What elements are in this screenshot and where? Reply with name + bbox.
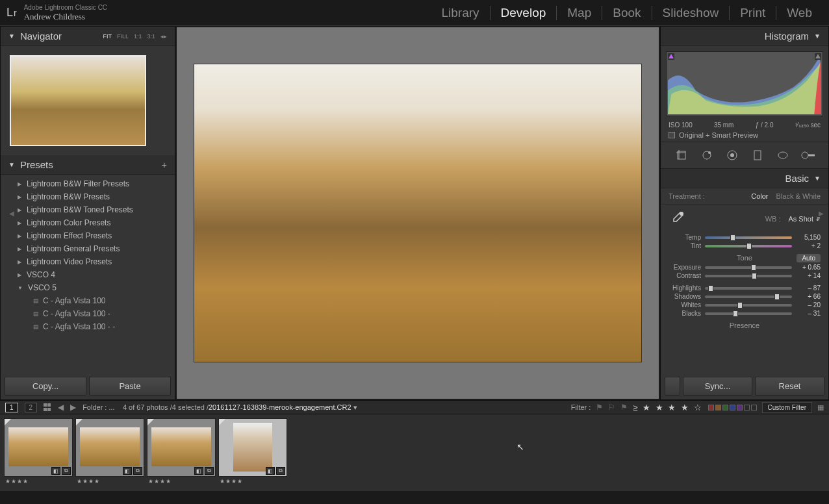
temp-slider[interactable]: Temp 5,150 [661,233,828,242]
preset-item[interactable]: ▤C - Agfa Vista 100 - [1,307,175,320]
filmstrip-thumb[interactable]: ◧⧉ [75,418,144,477]
preset-folder[interactable]: ▶Lightroom General Presets [1,242,175,255]
presence-section: Presence [661,318,828,331]
zoom-fill[interactable]: FILL [117,33,129,40]
presets-header[interactable]: ▼ Presets + [1,155,175,175]
thumb-rating[interactable]: ★★★★ [75,477,100,485]
navigator-preview [1,46,175,155]
histogram-header[interactable]: Histogram ▼ [661,27,828,46]
second-window-button[interactable]: 2 [25,403,38,412]
preset-folder[interactable]: ▶Lightroom Color Presets [1,216,175,229]
flag-icon[interactable] [5,419,11,425]
custom-filter-dropdown[interactable]: Custom Filter [762,402,812,413]
preset-list: ▶Lightroom B&W Filter Presets ▶Lightroom… [1,175,175,373]
blacks-slider[interactable]: Blacks – 31 [661,309,828,318]
spot-removal-tool-icon[interactable] [698,147,716,163]
preset-icon: ▤ [33,297,39,304]
contrast-slider[interactable]: Contrast + 14 [661,271,828,280]
switch-icon[interactable] [665,377,680,396]
module-print[interactable]: Print [730,6,776,20]
color-label-filter[interactable] [708,405,757,410]
brush-tool-icon[interactable] [799,147,817,163]
preset-folder[interactable]: ▼VSCO 5 [1,281,175,294]
paste-button[interactable]: Paste [89,377,171,396]
prev-photo-icon[interactable]: ◀ [58,403,64,412]
chevron-down-icon: ▼ [18,285,23,291]
module-slideshow[interactable]: Slideshow [652,6,730,20]
rating-filter[interactable]: ≥ ★ ★ ★ ★ ☆ [633,403,702,412]
histogram[interactable] [666,51,823,116]
grid-view-icon[interactable] [44,403,51,411]
preset-icon: ▤ [33,310,39,317]
histogram-info: ISO 100 35 mm ƒ / 2.0 ¹⁄₁₂₅₀ sec [661,121,828,129]
highlight-clip-icon[interactable] [815,53,821,60]
zoom-stepper-icon[interactable]: ◂▸ [160,33,167,40]
preset-folder[interactable]: ▶VSCO 4 [1,268,175,281]
main-photo[interactable] [194,64,642,362]
sync-button[interactable]: Sync... [683,377,752,396]
badge-icon: ◧ [266,467,275,475]
module-web[interactable]: Web [776,6,823,20]
flag-unflagged-icon[interactable]: ⚐ [608,403,615,412]
preset-item[interactable]: ▤C - Agfa Vista 100 [1,294,175,307]
preset-folder[interactable]: ▶Lightroom B&W Presets [1,190,175,203]
navigator-header[interactable]: ▼ Navigator FIT FILL 1:1 3:1 ◂▸ [1,27,175,46]
preview-mode[interactable]: Original + Smart Preview [661,129,828,142]
shadow-clip-icon[interactable] [668,53,674,60]
chevron-down-icon: ▼ [8,161,15,168]
module-map[interactable]: Map [557,6,602,20]
zoom-1to1[interactable]: 1:1 [134,33,142,40]
auto-tone-button[interactable]: Auto [797,254,821,262]
main-window-button[interactable]: 1 [5,403,18,412]
wb-dropdown[interactable]: As Shot⇵ [788,215,821,223]
flag-picked-icon[interactable]: ⚑ [596,403,603,412]
preset-item[interactable]: ▤C - Agfa Vista 100 - - [1,320,175,333]
preset-folder[interactable]: ▶Lightroom B&W Filter Presets [1,177,175,190]
next-photo-icon[interactable]: ▶ [70,403,76,412]
flag-rejected-icon[interactable]: ⚑ [620,403,628,412]
tint-slider[interactable]: Tint + 2 [661,242,828,250]
module-book[interactable]: Book [602,6,652,20]
thumb-rating[interactable]: ★★★★ [218,477,243,485]
whites-slider[interactable]: Whites – 20 [661,301,828,309]
zoom-3to1[interactable]: 3:1 [147,33,155,40]
preset-folder[interactable]: ▶Lightroom B&W Toned Presets [1,203,175,216]
thumb-wrap: ◧⧉ ★★★★ [75,418,144,487]
module-library[interactable]: Library [431,6,491,20]
add-preset-icon[interactable]: + [162,160,167,170]
filmstrip-thumb[interactable]: ◧⧉ [4,418,73,477]
thumb-rating[interactable]: ★★★★ [147,477,172,485]
eyedropper-icon[interactable] [669,210,687,228]
thumb-wrap: ◧⧉ ★★★★ [147,418,216,487]
zoom-fit[interactable]: FIT [103,33,112,40]
filmstrip-thumb[interactable]: ◧⧉ [147,418,216,477]
thumb-rating[interactable]: ★★★★ [4,477,29,485]
radial-filter-tool-icon[interactable] [774,147,792,163]
flag-icon[interactable] [147,419,154,425]
graduated-filter-tool-icon[interactable] [748,147,767,163]
redeye-tool-icon[interactable] [723,147,741,163]
reset-button[interactable]: Reset [755,377,824,396]
flag-icon[interactable] [219,419,225,425]
tone-section: Tone Auto [661,250,828,263]
treatment-color[interactable]: Color [751,192,768,200]
copy-button[interactable]: Copy... [5,377,86,396]
preset-folder[interactable]: ▶Lightroom Video Presets [1,255,175,268]
module-develop[interactable]: Develop [491,6,557,20]
navigator-thumbnail[interactable] [10,55,146,146]
highlights-slider[interactable]: Highlights – 87 [661,284,828,292]
shadows-slider[interactable]: Shadows + 66 [661,292,828,301]
filter-section: Filter : ⚑ ⚐ ⚑ ≥ ★ ★ ★ ★ ☆ Custom Filter… [571,402,824,413]
treatment-bw[interactable]: Black & White [776,192,821,200]
flag-icon[interactable] [76,419,83,425]
preset-folder[interactable]: ▶Lightroom Effect Presets [1,229,175,242]
collapse-right-icon[interactable]: ▶ [819,210,824,217]
filmstrip-thumb[interactable]: ◧⧉ [218,418,287,477]
exposure-slider[interactable]: Exposure + 0.65 [661,263,828,271]
basic-header[interactable]: Basic ▼ [661,169,828,188]
collapse-left-icon[interactable]: ◀ [9,210,14,217]
filmstrip[interactable]: ◧⧉ ★★★★ ◧⧉ ★★★★ ◧⧉ ★★★★ ◧⧉ ★★★★ [0,414,829,491]
crop-tool-icon[interactable] [672,147,691,163]
filter-lock-icon[interactable]: ▦ [817,403,824,412]
right-panel: Histogram ▼ ISO 100 35 mm ƒ / 2.0 ¹⁄₁₂₅₀… [660,26,829,400]
